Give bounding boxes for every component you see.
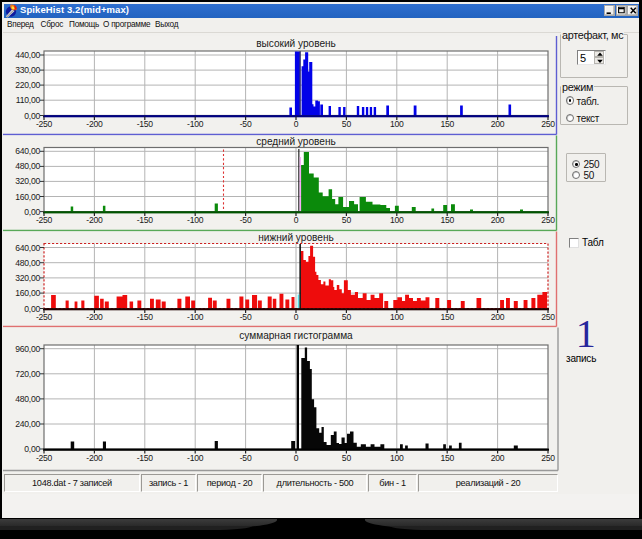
svg-text:-50: -50 bbox=[240, 119, 252, 129]
svg-text:50: 50 bbox=[342, 119, 352, 129]
svg-text:200: 200 bbox=[491, 312, 505, 322]
svg-text:330,00: 330,00 bbox=[15, 65, 40, 75]
svg-text:высокий уровень: высокий уровень bbox=[256, 38, 336, 49]
svg-text:-50: -50 bbox=[240, 453, 252, 463]
svg-text:480,00: 480,00 bbox=[15, 394, 40, 404]
svg-text:250: 250 bbox=[541, 453, 555, 463]
svg-text:-200: -200 bbox=[86, 453, 103, 463]
svg-text:-250: -250 bbox=[36, 215, 53, 225]
svg-text:-200: -200 bbox=[86, 312, 103, 322]
svg-text:320,00: 320,00 bbox=[15, 176, 40, 186]
svg-text:-100: -100 bbox=[187, 312, 204, 322]
svg-text:240,00: 240,00 bbox=[15, 419, 40, 429]
svg-text:160,00: 160,00 bbox=[15, 192, 40, 202]
svg-text:100: 100 bbox=[390, 119, 404, 129]
svg-text:средний уровень: средний уровень bbox=[256, 136, 335, 147]
svg-text:440,00: 440,00 bbox=[15, 50, 40, 60]
svg-text:-200: -200 bbox=[86, 215, 103, 225]
svg-text:50: 50 bbox=[342, 312, 352, 322]
svg-text:150: 150 bbox=[440, 453, 454, 463]
svg-text:480,00: 480,00 bbox=[15, 161, 40, 171]
svg-text:160,00: 160,00 bbox=[15, 288, 40, 298]
svg-text:150: 150 bbox=[440, 215, 454, 225]
svg-text:250: 250 bbox=[541, 312, 555, 322]
svg-text:200: 200 bbox=[491, 119, 505, 129]
svg-text:480,00: 480,00 bbox=[15, 258, 40, 268]
svg-text:50: 50 bbox=[342, 215, 352, 225]
svg-text:-150: -150 bbox=[137, 215, 154, 225]
svg-text:-50: -50 bbox=[240, 312, 252, 322]
svg-text:0: 0 bbox=[294, 453, 299, 463]
svg-text:250: 250 bbox=[541, 119, 555, 129]
svg-text:0: 0 bbox=[294, 119, 299, 129]
svg-text:-100: -100 bbox=[187, 215, 204, 225]
svg-text:320,00: 320,00 bbox=[15, 273, 40, 283]
svg-text:50: 50 bbox=[342, 453, 352, 463]
svg-text:0: 0 bbox=[294, 215, 299, 225]
svg-text:150: 150 bbox=[440, 119, 454, 129]
svg-text:-150: -150 bbox=[137, 119, 154, 129]
svg-text:-250: -250 bbox=[36, 119, 53, 129]
svg-text:640,00: 640,00 bbox=[15, 243, 40, 253]
svg-text:суммарная гистограмма: суммарная гистограмма bbox=[239, 330, 353, 341]
svg-text:100: 100 bbox=[390, 312, 404, 322]
svg-text:0: 0 bbox=[294, 312, 299, 322]
svg-text:200: 200 bbox=[491, 453, 505, 463]
svg-text:-50: -50 bbox=[240, 215, 252, 225]
svg-text:нижний уровень: нижний уровень bbox=[258, 232, 333, 243]
svg-text:-100: -100 bbox=[187, 453, 204, 463]
svg-text:-100: -100 bbox=[187, 119, 204, 129]
svg-text:100: 100 bbox=[390, 215, 404, 225]
svg-text:640,00: 640,00 bbox=[15, 146, 40, 156]
svg-text:-200: -200 bbox=[86, 119, 103, 129]
svg-text:-250: -250 bbox=[36, 312, 53, 322]
svg-text:150: 150 bbox=[440, 312, 454, 322]
svg-text:960,00: 960,00 bbox=[15, 344, 40, 354]
svg-text:100: 100 bbox=[390, 453, 404, 463]
svg-text:250: 250 bbox=[541, 215, 555, 225]
svg-text:110,00: 110,00 bbox=[16, 95, 41, 105]
svg-text:720,00: 720,00 bbox=[15, 369, 40, 379]
svg-text:220,00: 220,00 bbox=[15, 80, 40, 90]
svg-text:-150: -150 bbox=[137, 312, 154, 322]
svg-text:-150: -150 bbox=[137, 453, 154, 463]
svg-text:200: 200 bbox=[491, 215, 505, 225]
svg-text:-250: -250 bbox=[36, 453, 53, 463]
